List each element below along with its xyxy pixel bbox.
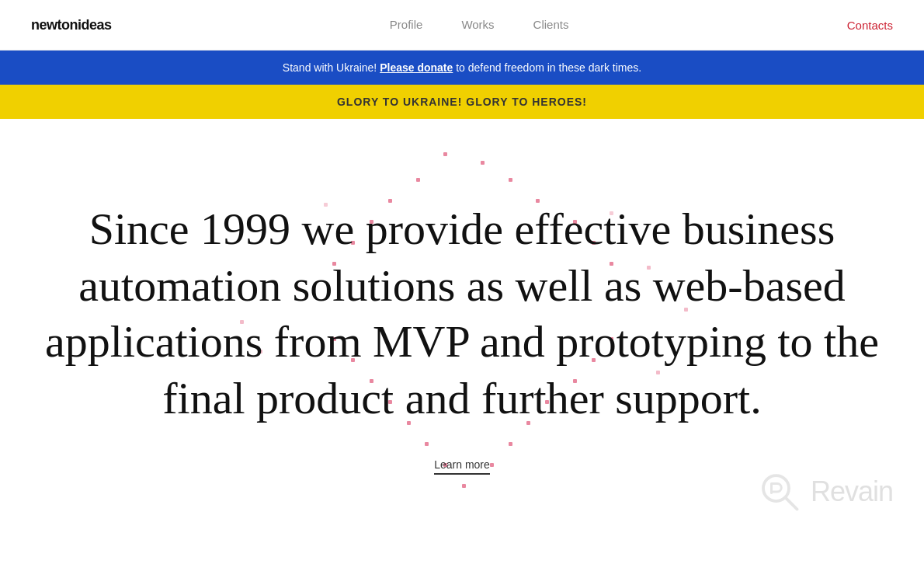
ukraine-bottom-bar: GLORY TO UKRAINE! GLORY TO HEROES!: [0, 85, 924, 119]
nav-item-works[interactable]: Works: [461, 18, 494, 32]
ukraine-banner: Stand with Ukraine! Please donate to def…: [0, 50, 924, 119]
revain-icon: [756, 468, 803, 515]
learn-more-link[interactable]: Learn more: [434, 458, 490, 475]
hero-section: Since 1999 we provide effective business…: [0, 119, 924, 538]
nav-item-profile[interactable]: Profile: [390, 18, 423, 32]
ukraine-top-prefix: Stand with Ukraine!: [283, 61, 380, 74]
navbar: newtonideas Profile Works Clients Contac…: [0, 0, 924, 50]
ukraine-top-suffix: to defend freedom in these dark times.: [453, 61, 641, 74]
ukraine-top-bar: Stand with Ukraine! Please donate to def…: [0, 50, 924, 85]
hero-main-text: Since 1999 we provide effective business…: [35, 201, 889, 427]
nav-item-clients[interactable]: Clients: [533, 18, 569, 32]
nav-links: Profile Works Clients: [390, 18, 569, 32]
svg-line-1: [785, 498, 797, 510]
nav-link-profile[interactable]: Profile: [390, 18, 423, 31]
nav-link-works[interactable]: Works: [461, 18, 494, 31]
learn-more-container: Learn more: [434, 458, 490, 472]
nav-link-clients[interactable]: Clients: [533, 18, 569, 31]
site-logo[interactable]: newtonideas: [31, 17, 112, 33]
ukraine-donate-link[interactable]: Please donate: [380, 61, 453, 74]
nav-contact-link[interactable]: Contacts: [847, 19, 893, 32]
revain-watermark: Revain: [756, 468, 893, 515]
revain-label: Revain: [811, 475, 893, 508]
